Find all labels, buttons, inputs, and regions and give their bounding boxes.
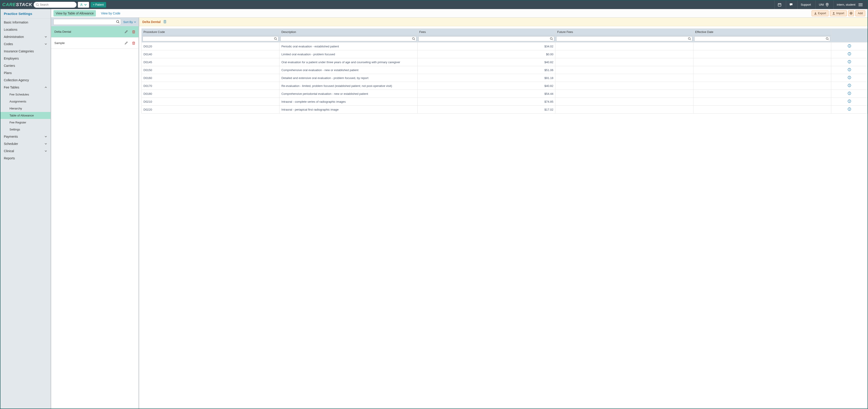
print-button[interactable] bbox=[848, 10, 854, 16]
chevron-down-icon bbox=[44, 35, 47, 38]
filter-effective-date[interactable] bbox=[694, 36, 830, 41]
col-description[interactable]: Description bbox=[279, 29, 417, 35]
sidebar-item-carriers[interactable]: Carriers bbox=[0, 62, 51, 69]
add-patient-button[interactable]: + Patient bbox=[90, 2, 106, 8]
sidebar-item-basic-information[interactable]: Basic Information bbox=[0, 19, 51, 26]
table-row: D0145Oral evaluation for a patient under… bbox=[142, 58, 868, 66]
delete-icon[interactable] bbox=[132, 30, 135, 33]
cell-fee: $54.44 bbox=[417, 90, 555, 98]
info-icon[interactable] bbox=[848, 52, 851, 56]
filter-future-fees[interactable] bbox=[556, 36, 692, 41]
sidebar-item-plans[interactable]: Plans bbox=[0, 69, 51, 77]
print-icon bbox=[850, 12, 852, 15]
sidebar-sub-table-of-allowance[interactable]: Table of Allowance bbox=[0, 112, 51, 119]
cell-future-fee bbox=[555, 82, 693, 90]
brand-part1: CARE bbox=[2, 2, 16, 7]
calendar-nav[interactable] bbox=[774, 0, 784, 9]
cell-effective-date bbox=[693, 98, 831, 106]
cell-fee: $74.85 bbox=[417, 98, 555, 106]
import-button[interactable]: Import bbox=[830, 10, 846, 16]
sidebar-item-scheduler[interactable]: Scheduler bbox=[0, 140, 51, 147]
filter-procedure-code[interactable] bbox=[143, 36, 278, 41]
col-procedure-code[interactable]: Procedure Code bbox=[142, 29, 279, 35]
brand-logo: CARESTACK bbox=[2, 2, 32, 7]
cell-action bbox=[831, 50, 868, 58]
settings-sidebar: Practice Settings Basic InformationLocat… bbox=[0, 9, 51, 409]
info-icon[interactable] bbox=[848, 44, 851, 48]
chevron-down-icon bbox=[84, 3, 87, 6]
sidebar-item-clinical[interactable]: Clinical bbox=[0, 147, 51, 155]
col-effective-date[interactable]: Effective Date bbox=[693, 29, 831, 35]
allowance-list-panel: Sort By Delta DentalSample bbox=[51, 18, 139, 409]
list-item-delta-dental[interactable]: Delta Dental bbox=[51, 26, 138, 37]
cell-future-fee bbox=[555, 74, 693, 82]
support-nav[interactable]: Support bbox=[797, 0, 814, 9]
sidebar-sub-fee-register[interactable]: Fee Register bbox=[0, 119, 51, 126]
info-icon[interactable] bbox=[848, 60, 851, 63]
sidebar-sub-settings[interactable]: Settings bbox=[0, 126, 51, 133]
col-future-fees[interactable]: Future Fees bbox=[555, 29, 693, 35]
cell-description: Detailed and extensive oral evaluation -… bbox=[279, 74, 417, 82]
tab-view-by-code[interactable]: View by Code bbox=[99, 10, 123, 17]
sidebar-item-label: Scheduler bbox=[4, 142, 18, 146]
chat-nav[interactable] bbox=[786, 0, 796, 9]
info-icon[interactable] bbox=[848, 108, 851, 111]
info-icon[interactable] bbox=[848, 84, 851, 87]
cell-effective-date bbox=[693, 50, 831, 58]
edit-icon[interactable] bbox=[125, 30, 128, 33]
sidebar-item-locations[interactable]: Locations bbox=[0, 26, 51, 33]
sidebar-item-codes[interactable]: Codes bbox=[0, 40, 51, 48]
chat-icon bbox=[789, 3, 793, 6]
sidebar-item-payments[interactable]: Payments bbox=[0, 133, 51, 140]
cell-description: Re-evaluation - limited, problem focused… bbox=[279, 82, 417, 90]
global-search-input[interactable] bbox=[40, 3, 74, 6]
info-icon[interactable] bbox=[848, 99, 851, 103]
cell-effective-date bbox=[693, 106, 831, 114]
user-scope-dropdown[interactable] bbox=[78, 2, 89, 8]
sidebar-item-insurance-categories[interactable]: Insurance Categories bbox=[0, 48, 51, 55]
info-icon[interactable] bbox=[848, 68, 851, 71]
search-icon bbox=[274, 37, 277, 40]
list-search-input[interactable] bbox=[54, 19, 121, 25]
cell-code: D0150 bbox=[142, 66, 279, 74]
col-fees[interactable]: Fees bbox=[417, 29, 555, 35]
table-row: D0210Intraoral - complete series of radi… bbox=[142, 98, 868, 106]
sidebar-sub-hierarchy[interactable]: Hierarchy bbox=[0, 105, 51, 112]
add-button[interactable]: Add bbox=[856, 10, 865, 16]
table-row: D0150Comprehensive oral evaluation - new… bbox=[142, 66, 868, 74]
document-icon[interactable] bbox=[163, 20, 167, 24]
filter-description[interactable] bbox=[280, 36, 416, 41]
location-nav[interactable]: UNI bbox=[815, 0, 832, 9]
sidebar-item-label: Plans bbox=[4, 71, 12, 75]
filter-fees[interactable] bbox=[418, 36, 554, 41]
upload-icon bbox=[832, 12, 835, 15]
sidebar-item-employers[interactable]: Employers bbox=[0, 55, 51, 62]
info-icon[interactable] bbox=[848, 76, 851, 79]
cell-action bbox=[831, 74, 868, 82]
list-filter-bar: Sort By bbox=[51, 18, 138, 26]
global-search[interactable] bbox=[34, 2, 76, 8]
list-item-sample[interactable]: Sample bbox=[51, 37, 138, 49]
sidebar-item-collection-agency[interactable]: Collection Agency bbox=[0, 77, 51, 84]
search-icon bbox=[412, 37, 415, 40]
sort-by-dropdown[interactable]: Sort By bbox=[123, 20, 136, 24]
sidebar-sub-assignments[interactable]: Assignments bbox=[0, 98, 51, 105]
sidebar-item-administration[interactable]: Administration bbox=[0, 33, 51, 40]
edit-icon[interactable] bbox=[125, 41, 128, 45]
export-button[interactable]: Export bbox=[812, 10, 829, 16]
cell-description: Comprehensive oral evaluation - new or e… bbox=[279, 66, 417, 74]
download-icon bbox=[814, 12, 817, 15]
sidebar-item-label: Clinical bbox=[4, 149, 14, 153]
delete-icon[interactable] bbox=[132, 41, 135, 45]
current-user[interactable]: intern, student bbox=[834, 0, 866, 9]
sidebar-item-fee-tables[interactable]: Fee Tables bbox=[0, 84, 51, 91]
sidebar-item-reports[interactable]: Reports bbox=[0, 155, 51, 162]
cell-future-fee bbox=[555, 66, 693, 74]
sidebar-item-label: Carriers bbox=[4, 64, 15, 67]
sidebar-sub-fee-schedules[interactable]: Fee Schedules bbox=[0, 91, 51, 98]
calendar-icon bbox=[778, 3, 781, 6]
info-icon[interactable] bbox=[848, 92, 851, 95]
sidebar-item-label: Fee Tables bbox=[4, 86, 19, 89]
cell-future-fee bbox=[555, 42, 693, 50]
tab-view-by-allowance[interactable]: View by Table of Allowance bbox=[54, 10, 96, 17]
